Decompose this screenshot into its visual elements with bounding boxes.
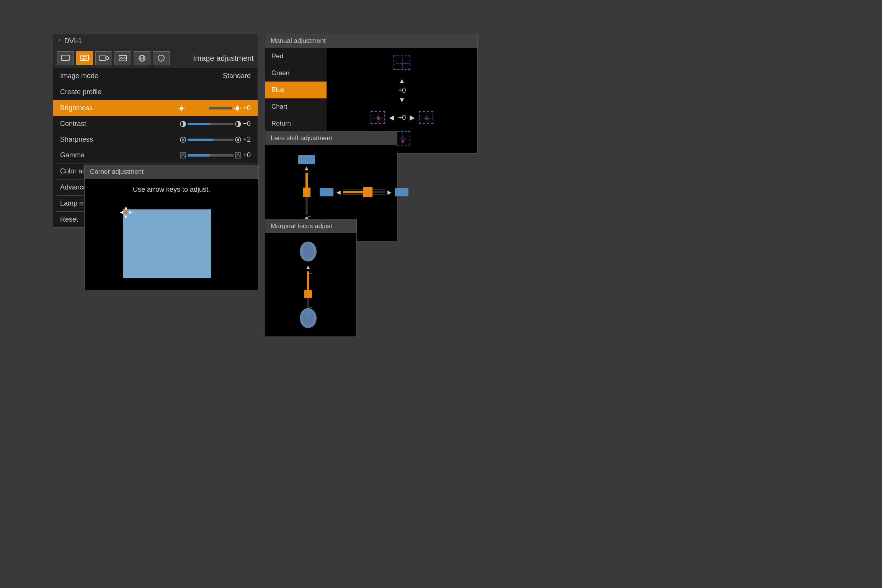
svg-rect-56 — [298, 155, 315, 164]
sun-icon-right — [234, 105, 241, 111]
sharpness-icon-left — [180, 137, 186, 143]
svg-rect-58 — [320, 188, 333, 196]
manual-top-value: +0 — [398, 87, 406, 95]
menu-value: Standard — [223, 72, 251, 80]
menu-label: Sharpness — [60, 136, 93, 144]
sharpness-controls: +2 — [180, 136, 251, 144]
h-thumb — [363, 187, 372, 197]
manual-panel-title: Manual adjustment — [265, 34, 477, 48]
toolbar: i Image adjustment — [53, 48, 258, 68]
lens-shift-title: Lens shift adjustment — [265, 131, 397, 145]
menu-label: Contrast — [60, 120, 86, 128]
corner-instruction: Use arrow keys to adjust. — [133, 186, 210, 194]
h-track — [343, 191, 385, 193]
corner-content: Use arrow keys to adjust. — [85, 179, 258, 290]
manual-menu-chart[interactable]: Chart — [265, 98, 327, 115]
lens-top — [297, 241, 319, 264]
menu-label: Gamma — [60, 151, 85, 159]
manual-right-arrow[interactable]: ▶ — [410, 113, 415, 122]
gamma-value: +0 — [243, 151, 251, 159]
svg-point-63 — [303, 310, 314, 326]
crosshair-box-right — [419, 111, 433, 124]
svg-point-55 — [402, 140, 404, 143]
toolbar-btn-projector[interactable] — [95, 51, 112, 65]
lens-icon-left — [319, 186, 334, 198]
gamma-icon-left — [180, 152, 186, 158]
gamma-controls: +0 — [180, 151, 251, 159]
menu-brightness[interactable]: Brightness +0 — [53, 100, 258, 116]
manual-mid-value: +0 — [398, 114, 406, 122]
menu-label: Image mode — [60, 72, 98, 80]
manual-down-arrow[interactable]: ▼ — [399, 96, 405, 104]
svg-rect-7 — [99, 56, 106, 60]
menu-contrast[interactable]: Contrast +0 — [53, 116, 258, 132]
marginal-focus-panel: Marginal focus adjust. ▲ ▼ — [265, 219, 357, 337]
mf-up-arrow[interactable]: ▲ — [305, 264, 311, 271]
v-thumb — [303, 188, 310, 197]
corner-rect — [123, 209, 211, 278]
corner-adjustment-panel: Corner adjustment Use arrow keys to adju… — [84, 165, 259, 290]
toolbar-btn-adjust[interactable] — [76, 51, 93, 65]
toolbar-btn-info[interactable]: i — [153, 51, 170, 65]
manual-left-arrow[interactable]: ◀ — [389, 113, 394, 122]
v-slider-container: ▲ ▼ — [304, 165, 310, 222]
svg-point-61 — [303, 244, 314, 259]
corner-arrows — [119, 206, 133, 221]
h-left-arrow[interactable]: ◀ — [336, 189, 341, 195]
panel-title-bar: ⎖ DVI-1 — [53, 34, 258, 48]
mf-v-thumb — [304, 290, 312, 298]
marginal-content: ▲ ▼ — [265, 233, 356, 336]
manual-menu-return[interactable]: Return — [265, 115, 327, 132]
lens-icon-right — [394, 186, 409, 198]
svg-point-29 — [182, 139, 184, 141]
svg-line-36 — [236, 154, 238, 157]
contrast-icon-right — [235, 121, 241, 127]
manual-menu-green[interactable]: Green — [265, 65, 327, 82]
contrast-controls: +0 — [180, 120, 251, 128]
svg-rect-59 — [395, 188, 408, 196]
toolbar-btn-screen[interactable] — [57, 51, 74, 65]
svg-point-16 — [180, 107, 183, 110]
panel-title: DVI-1 — [64, 37, 82, 45]
svg-line-34 — [183, 154, 185, 157]
marginal-title: Marginal focus adjust. — [265, 219, 356, 233]
crosshair-box-top — [394, 56, 410, 70]
manual-up-arrow[interactable]: ▲ — [399, 77, 405, 85]
svg-text:i: i — [161, 56, 162, 61]
svg-rect-0 — [62, 55, 69, 60]
manual-menu-red[interactable]: Red — [265, 48, 327, 65]
svg-point-31 — [237, 139, 239, 141]
menu-sharpness[interactable]: Sharpness +2 — [53, 132, 258, 147]
v-track — [305, 173, 308, 215]
h-right-arrow[interactable]: ▶ — [387, 189, 392, 195]
brightness-value: +0 — [243, 104, 251, 112]
menu-label: Brightness — [60, 104, 93, 112]
crosshair-box-left — [371, 111, 385, 124]
menu-create-profile[interactable]: Create profile — [53, 84, 258, 100]
menu-label: Reset — [60, 216, 78, 224]
toolbar-btn-globe[interactable] — [134, 51, 150, 65]
sharpness-icon-right — [235, 137, 241, 143]
brightness-controls: +0 — [178, 104, 251, 112]
contrast-value: +0 — [243, 120, 251, 128]
svg-point-43 — [125, 211, 127, 214]
corner-panel-title: Corner adjustment — [85, 165, 258, 179]
toolbar-title: Image adjustment — [193, 54, 254, 63]
menu-image-mode[interactable]: Image mode Standard — [53, 68, 258, 84]
svg-line-37 — [238, 154, 240, 157]
contrast-icon-left — [180, 121, 186, 127]
menu-label: Create profile — [60, 88, 101, 96]
gamma-icon-right — [235, 152, 241, 158]
svg-marker-38 — [124, 206, 127, 209]
toolbar-btn-picture[interactable] — [114, 51, 131, 65]
svg-marker-41 — [129, 211, 132, 214]
sharpness-value: +2 — [243, 136, 251, 144]
monitor-icon: ⎖ — [58, 38, 61, 44]
svg-marker-39 — [124, 216, 127, 219]
svg-line-33 — [181, 154, 183, 157]
menu-gamma[interactable]: Gamma +0 — [53, 147, 258, 163]
mf-v-track — [307, 271, 309, 310]
v-up-arrow[interactable]: ▲ — [304, 165, 310, 172]
sun-icon-left — [178, 105, 185, 111]
manual-menu-blue[interactable]: Blue — [265, 82, 327, 98]
